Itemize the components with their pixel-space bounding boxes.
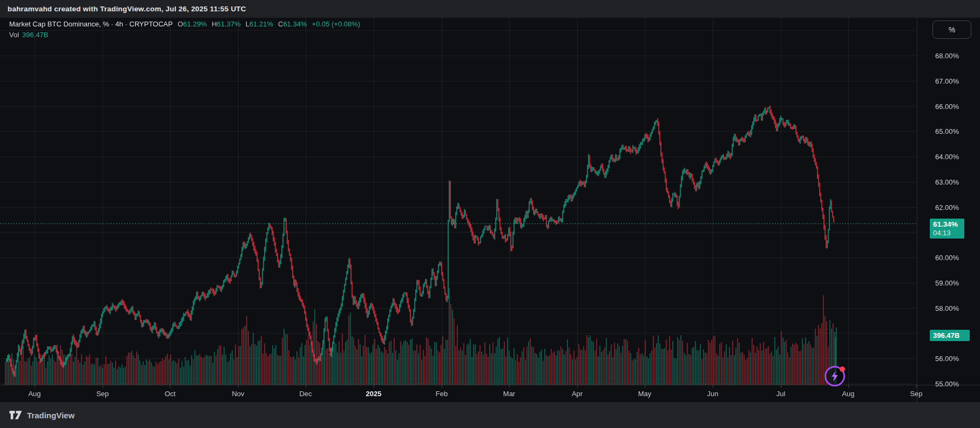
time-tick-label: Jul bbox=[776, 390, 786, 398]
time-tick-label: Jun bbox=[707, 390, 719, 398]
volume-axis-value: 396.47B bbox=[933, 331, 959, 339]
symbol-title[interactable]: Market Cap BTC Dominance, % · 4h · CRYPT… bbox=[9, 20, 173, 28]
last-price-label: 61.34% 04:13 bbox=[930, 219, 964, 239]
attribution-bar: bahramvahd created with TradingView.com,… bbox=[0, 0, 980, 18]
price-tick-label: 67.00% bbox=[935, 77, 959, 85]
price-tick-label: 65.00% bbox=[935, 127, 959, 135]
price-tick-label: 55.00% bbox=[935, 380, 959, 388]
price-tick-label: 60.00% bbox=[935, 254, 959, 262]
open-value: 61.29% bbox=[183, 20, 207, 28]
tradingview-snapshot: { "attribution": "bahramvahd created wit… bbox=[0, 0, 980, 428]
ohlc-high: H61.37% bbox=[212, 20, 240, 28]
volume-axis-label: 396.47B bbox=[930, 330, 970, 341]
ohlc-low: L61.21% bbox=[246, 20, 273, 28]
percent-unit-button[interactable]: % bbox=[932, 21, 971, 39]
attribution-text: bahramvahd created with TradingView.com,… bbox=[8, 5, 246, 13]
price-tick-label: 68.00% bbox=[935, 52, 959, 60]
price-tick-label: 66.00% bbox=[935, 102, 959, 110]
last-price-value: 61.34% bbox=[933, 220, 964, 229]
tradingview-logo-icon[interactable] bbox=[9, 410, 23, 420]
price-tick-label: 63.00% bbox=[935, 178, 959, 186]
ohlc-open: O61.29% bbox=[178, 20, 207, 28]
open-letter: O bbox=[178, 20, 183, 28]
price-tick-label: 62.00% bbox=[935, 203, 959, 211]
symbol-legend[interactable]: Market Cap BTC Dominance, % · 4h · CRYPT… bbox=[9, 20, 360, 39]
time-tick-label: May bbox=[638, 390, 652, 398]
price-tick-label: 64.00% bbox=[935, 153, 959, 161]
lightning-bolt-icon bbox=[830, 371, 840, 382]
legend-row-volume: Vol396.47B bbox=[9, 31, 360, 39]
volume-value: 396.47B bbox=[22, 31, 48, 39]
time-tick-label: Sep bbox=[910, 390, 922, 398]
low-letter: L bbox=[246, 20, 249, 28]
price-tick-label: 56.00% bbox=[935, 355, 959, 363]
time-tick-label: Apr bbox=[572, 390, 583, 398]
footer-bar: TradingView bbox=[0, 402, 980, 428]
time-tick-label: 2025 bbox=[366, 390, 382, 398]
close-letter: C bbox=[278, 20, 283, 28]
chart-canvas[interactable] bbox=[0, 0, 980, 428]
legend-row-main: Market Cap BTC Dominance, % · 4h · CRYPT… bbox=[9, 20, 360, 28]
lightning-avatar-icon[interactable] bbox=[824, 366, 845, 386]
price-tick-label: 58.00% bbox=[935, 304, 959, 312]
tradingview-brand-text[interactable]: TradingView bbox=[27, 411, 75, 420]
time-tick-label: Aug bbox=[842, 390, 854, 398]
time-tick-label: Dec bbox=[299, 390, 312, 398]
price-tick-label: 59.00% bbox=[935, 278, 959, 287]
change-value: +0.05 (+0.08%) bbox=[312, 20, 360, 28]
time-tick-label: Feb bbox=[436, 390, 448, 398]
time-tick-label: Mar bbox=[503, 390, 515, 398]
close-value: 61.34% bbox=[283, 20, 307, 28]
ohlc-close: C61.34% bbox=[278, 20, 307, 28]
bar-countdown: 04:13 bbox=[933, 229, 964, 237]
high-value: 61.37% bbox=[217, 20, 241, 28]
high-letter: H bbox=[212, 20, 217, 28]
time-tick-label: Aug bbox=[28, 390, 40, 398]
time-tick-label: Nov bbox=[232, 390, 244, 398]
time-tick-label: Sep bbox=[96, 390, 109, 398]
low-value: 61.21% bbox=[249, 20, 273, 28]
time-tick-label: Oct bbox=[165, 390, 175, 398]
notification-dot bbox=[840, 366, 845, 372]
volume-label[interactable]: Vol bbox=[9, 31, 19, 39]
